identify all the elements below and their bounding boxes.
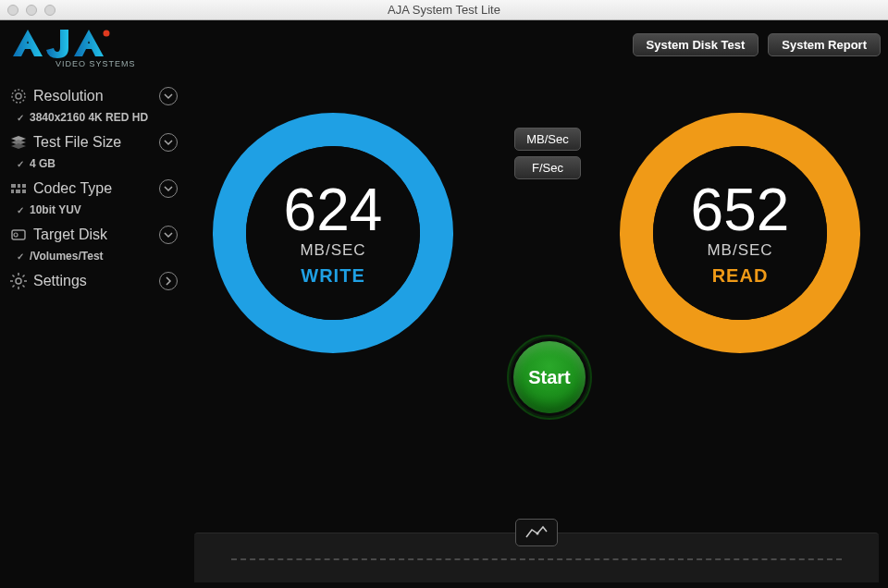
gauges-row: 624 MB/SEC WRITE 652 MB/SEC READ xyxy=(204,113,870,353)
stack-icon xyxy=(9,133,28,152)
check-icon: ✓ xyxy=(17,159,24,169)
file-size-value-row: ✓ 4 GB xyxy=(17,157,185,170)
chevron-down-icon xyxy=(159,179,178,198)
file-size-label: Test File Size xyxy=(33,134,121,151)
svg-line-18 xyxy=(23,276,25,277)
write-label: WRITE xyxy=(301,265,364,287)
resolution-value: 3840x2160 4K RED HD xyxy=(30,111,148,124)
main-panel: MB/Sec F/Sec 624 MB/SEC WRITE xyxy=(185,20,888,588)
svg-rect-3 xyxy=(11,184,16,188)
read-gauge: 652 MB/SEC READ xyxy=(610,113,870,353)
graph-baseline xyxy=(231,558,842,560)
svg-point-20 xyxy=(536,533,539,535)
window-controls xyxy=(7,5,56,16)
check-icon: ✓ xyxy=(17,251,24,262)
svg-rect-7 xyxy=(16,190,20,193)
system-report-button[interactable]: System Report xyxy=(768,33,881,56)
read-value: 652 xyxy=(691,180,790,239)
resolution-label: Resolution xyxy=(33,88,104,104)
sidebar-settings: Settings xyxy=(7,270,185,292)
write-value: 624 xyxy=(284,180,383,239)
svg-point-10 xyxy=(14,233,18,237)
chevron-down-icon xyxy=(159,226,178,244)
codec-value: 10bit YUV xyxy=(30,203,81,216)
svg-point-1 xyxy=(12,90,25,103)
graph-toggle-button[interactable] xyxy=(515,519,558,546)
svg-line-17 xyxy=(23,286,25,288)
svg-rect-8 xyxy=(22,190,26,193)
sidebar-codec: Codec Type ✓ 10bit YUV xyxy=(7,178,185,216)
sidebar-target: Target Disk ✓ /Volumes/Test xyxy=(7,224,185,263)
write-gauge: 624 MB/SEC WRITE xyxy=(204,113,462,353)
header-row: VIDEO SYSTEMS System Disk Test System Re… xyxy=(9,26,881,78)
codec-label: Codec Type xyxy=(33,180,112,197)
gear-icon xyxy=(9,272,28,290)
check-icon: ✓ xyxy=(17,113,24,123)
svg-rect-4 xyxy=(18,184,20,188)
top-buttons: System Disk Test System Report xyxy=(633,33,881,56)
svg-point-11 xyxy=(16,278,21,284)
settings-button[interactable]: Settings xyxy=(7,270,185,292)
zoom-window-button[interactable] xyxy=(44,5,56,16)
target-label: Target Disk xyxy=(33,227,107,243)
svg-rect-5 xyxy=(22,184,26,188)
sidebar: Resolution ✓ 3840x2160 4K RED HD xyxy=(0,20,185,588)
read-label: READ xyxy=(712,265,769,287)
svg-line-19 xyxy=(13,286,15,288)
check-icon: ✓ xyxy=(17,205,24,215)
target-value: /Volumes/Test xyxy=(30,250,104,263)
svg-point-2 xyxy=(16,93,21,99)
start-button-wrap: Start xyxy=(507,335,592,420)
chevron-down-icon xyxy=(159,133,178,152)
svg-line-16 xyxy=(13,276,15,277)
minimize-window-button[interactable] xyxy=(26,5,37,16)
svg-point-0 xyxy=(104,31,110,37)
resolution-value-row: ✓ 3840x2160 4K RED HD xyxy=(17,111,185,124)
codec-dropdown[interactable]: Codec Type xyxy=(7,178,185,200)
svg-rect-6 xyxy=(11,190,14,193)
graph-panel xyxy=(194,533,879,582)
resolution-icon xyxy=(9,87,28,105)
codec-value-row: ✓ 10bit YUV xyxy=(17,203,185,216)
resolution-dropdown[interactable]: Resolution xyxy=(7,85,185,107)
close-window-button[interactable] xyxy=(7,5,18,16)
chevron-down-icon xyxy=(159,87,178,105)
target-value-row: ✓ /Volumes/Test xyxy=(17,250,185,263)
window-title: AJA System Test Lite xyxy=(0,3,888,17)
target-dropdown[interactable]: Target Disk xyxy=(7,224,185,246)
app-body: VIDEO SYSTEMS System Disk Test System Re… xyxy=(0,20,888,588)
chevron-right-icon xyxy=(159,272,178,290)
file-size-value: 4 GB xyxy=(30,157,56,170)
settings-label: Settings xyxy=(33,273,87,289)
read-unit: MB/SEC xyxy=(707,241,772,260)
file-size-dropdown[interactable]: Test File Size xyxy=(7,131,185,153)
line-chart-icon xyxy=(524,524,549,541)
brand-logo: VIDEO SYSTEMS xyxy=(9,26,139,68)
titlebar: AJA System Test Lite xyxy=(0,0,888,20)
codec-icon xyxy=(9,179,28,198)
system-disk-test-button[interactable]: System Disk Test xyxy=(633,33,759,56)
start-button[interactable]: Start xyxy=(513,341,586,413)
sidebar-file-size: Test File Size ✓ 4 GB xyxy=(7,131,185,170)
brand-subtitle: VIDEO SYSTEMS xyxy=(56,59,136,68)
write-unit: MB/SEC xyxy=(300,241,365,260)
sidebar-resolution: Resolution ✓ 3840x2160 4K RED HD xyxy=(7,85,185,124)
disk-icon xyxy=(9,226,28,244)
